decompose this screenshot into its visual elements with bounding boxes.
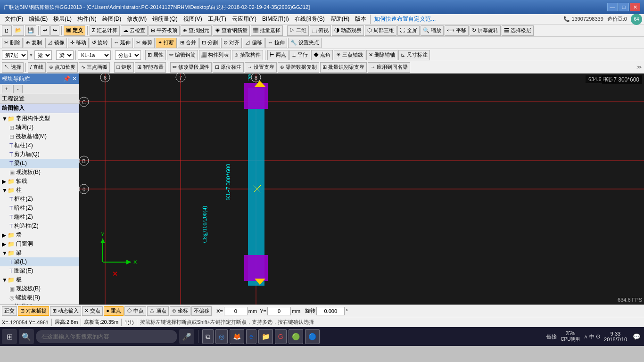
panel-add-button[interactable]: +: [2, 85, 11, 93]
menu-view[interactable]: 视图(V): [181, 14, 205, 24]
move-button[interactable]: ✛ 移动: [68, 38, 89, 48]
taskbar-app-firefox[interactable]: 🦊: [230, 329, 244, 344]
menu-edit[interactable]: 编辑(E): [26, 14, 50, 24]
property-button[interactable]: ⊞ 属性: [145, 50, 166, 60]
smart-layout-button[interactable]: ⊞ 智能布置: [135, 62, 166, 73]
tree-shear-wall[interactable]: T 剪力墙(Q): [0, 150, 79, 159]
screen-rotate-button[interactable]: ↻ 屏幕旋转: [470, 25, 501, 36]
break-button[interactable]: ✦ 打断: [156, 38, 176, 48]
tree-end-col[interactable]: T 端柱(Z): [0, 213, 79, 222]
tree-column-cap[interactable]: T 柱帽(V): [0, 302, 79, 304]
menu-version[interactable]: 版本: [352, 14, 369, 24]
mic-button[interactable]: 🎤: [179, 329, 194, 344]
local-3d-button[interactable]: ⬡ 局部三维: [365, 25, 396, 36]
tree-hidden-col[interactable]: T 暗柱(Z): [0, 204, 79, 213]
2d-button[interactable]: ▷ 二维: [287, 25, 309, 36]
tree-beam[interactable]: T 梁(L): [0, 159, 79, 168]
taskbar-app-glodon[interactable]: G: [275, 329, 287, 344]
tree-slab-section[interactable]: ▼ 📁 板: [0, 275, 79, 284]
minimize-button[interactable]: —: [607, 3, 618, 11]
merge-button[interactable]: ⊞ 合并: [178, 38, 198, 48]
select-floor-button[interactable]: ☰ 选择楼层: [502, 25, 534, 36]
coord-button[interactable]: ⊕ 坐标: [170, 306, 190, 316]
pan-button[interactable]: ⟺ 平移: [445, 25, 469, 36]
menu-floor[interactable]: 楼层(L): [50, 14, 74, 24]
close-button[interactable]: ✕: [630, 3, 640, 11]
two-point-button[interactable]: ⊢ 两点: [267, 50, 289, 60]
extend-button[interactable]: ↔ 延伸: [111, 38, 133, 48]
parallel-button[interactable]: ⊥ 平行: [289, 50, 310, 60]
view-rebar-button[interactable]: ◈ 查看钢筋量: [213, 25, 250, 36]
modify-span-button[interactable]: ✏ 修改梁段属性: [170, 62, 212, 73]
taskbar-search-input[interactable]: [36, 330, 177, 343]
rotate-input[interactable]: [316, 307, 345, 315]
tree-frame-column[interactable]: T 框柱(Z): [0, 141, 79, 150]
x-input[interactable]: [224, 307, 248, 315]
vertex-button[interactable]: △ 顶点: [147, 306, 169, 316]
align-button[interactable]: ⊜ 对齐: [221, 38, 242, 48]
dimension-button[interactable]: ⊾ 尺寸标注: [398, 50, 429, 60]
taskbar-app-chrome[interactable]: ◎: [215, 329, 228, 344]
search-button[interactable]: 🔍: [19, 329, 34, 344]
mirror-button[interactable]: ⊿ 镜像: [45, 38, 67, 48]
undo-button[interactable]: ↩: [41, 25, 50, 36]
top-view-button[interactable]: ⬚ 俯视: [310, 25, 331, 36]
tree-beam-section[interactable]: ▼ 📁 梁: [0, 248, 79, 257]
batch-select-button[interactable]: ▦ 批量选择: [251, 25, 283, 36]
tree-ring-beam[interactable]: T 圈梁(E): [0, 266, 79, 275]
edit-rebar-button[interactable]: ✏ 编辑钢筋: [167, 50, 198, 60]
rotate-button[interactable]: ↺ 旋转: [90, 38, 110, 48]
taskbar-app-task-view[interactable]: ⧉: [202, 329, 214, 344]
tree-axis[interactable]: ⊞ 轴网(J): [0, 123, 79, 132]
component-list-button[interactable]: ▦ 构件列表: [199, 50, 231, 60]
cloud-check-button[interactable]: ☁ 云检查: [121, 25, 148, 36]
tree-axis-section[interactable]: ▶ 📁 轴线: [0, 177, 79, 186]
beam-name-select[interactable]: KL-1a: [78, 50, 111, 60]
grip-button[interactable]: 🔧 设置夹点: [288, 38, 322, 48]
panel-pin-icon[interactable]: 📌: [63, 75, 70, 82]
panel-close-icon[interactable]: ✕: [72, 75, 77, 82]
taskbar-app-folder[interactable]: 📁: [258, 329, 273, 344]
tree-struct-col[interactable]: T 构造柱(Z): [0, 222, 79, 230]
start-button[interactable]: ⊞: [2, 329, 17, 344]
panel-collapse-button[interactable]: -: [13, 85, 23, 93]
offset-button[interactable]: ⊿ 偏移: [243, 38, 264, 48]
calculate-button[interactable]: Σ 汇总计算: [90, 25, 120, 36]
tree-cast-slab[interactable]: ▣ 现浇板(B): [0, 168, 79, 177]
line-button[interactable]: / 直线: [28, 62, 46, 73]
no-offset-button[interactable]: 不偏移: [191, 306, 212, 316]
menu-file[interactable]: 文件(F): [2, 14, 26, 24]
copy-button[interactable]: ⊕ 复制: [24, 38, 44, 48]
ortho-button[interactable]: 正交: [2, 306, 17, 316]
tree-wall-section[interactable]: ▶ 📁 墙: [0, 230, 79, 239]
menu-rebar[interactable]: 钢筋量(Q): [149, 14, 180, 24]
dynamic-view-button[interactable]: ◑ 动态观察: [332, 25, 364, 36]
menu-online[interactable]: 在线服务(S): [292, 14, 328, 24]
select-button[interactable]: ↖ 选择: [2, 62, 24, 73]
tree-door-section[interactable]: ▶ 📁 门窗洞: [0, 239, 79, 248]
delete-axis-button[interactable]: ✕ 删除辅轴: [366, 50, 397, 60]
find-element-button[interactable]: ⊕ 查找图元: [181, 25, 212, 36]
set-support-button[interactable]: → 设置支座: [245, 62, 277, 73]
apply-same-beam-button[interactable]: → 应用到同名梁: [368, 62, 410, 73]
floor-select[interactable]: 第7层: [2, 50, 28, 60]
stretch-button[interactable]: ↔ 拉伸: [265, 38, 287, 48]
menu-bim[interactable]: BIM应用(I): [259, 14, 292, 24]
align-top-button[interactable]: ⊞ 平齐板顶: [149, 25, 180, 36]
trim-button[interactable]: ✂ 修剪: [134, 38, 155, 48]
menu-draw[interactable]: 绘图(D): [99, 14, 124, 24]
y-input[interactable]: [267, 307, 291, 315]
new-button[interactable]: 🗋: [2, 25, 12, 36]
copy-span-button[interactable]: ⊕ 梁跨数据复制: [278, 62, 319, 73]
menu-tools[interactable]: 工具(T): [205, 14, 229, 24]
section-engineering[interactable]: 工程设置: [0, 94, 79, 104]
save-button[interactable]: 💾: [25, 25, 36, 36]
tree-raft[interactable]: ⊟ 筏板基础(M): [0, 132, 79, 141]
drawing-canvas[interactable]: KL-7 300*600 C8@100/200(4) 2⊘25 6 7 8 C …: [79, 74, 644, 304]
notification-button[interactable]: 💬: [631, 329, 642, 344]
beam-category-select[interactable]: 梁: [56, 50, 74, 60]
menu-quickset[interactable]: 如何快速布置自定义范...: [372, 14, 438, 24]
midpoint-button[interactable]: ● 重点: [104, 306, 124, 316]
dynamic-input-button[interactable]: ⊞ 动态输入: [50, 306, 81, 316]
section-drawing[interactable]: 绘图输入: [0, 104, 79, 113]
